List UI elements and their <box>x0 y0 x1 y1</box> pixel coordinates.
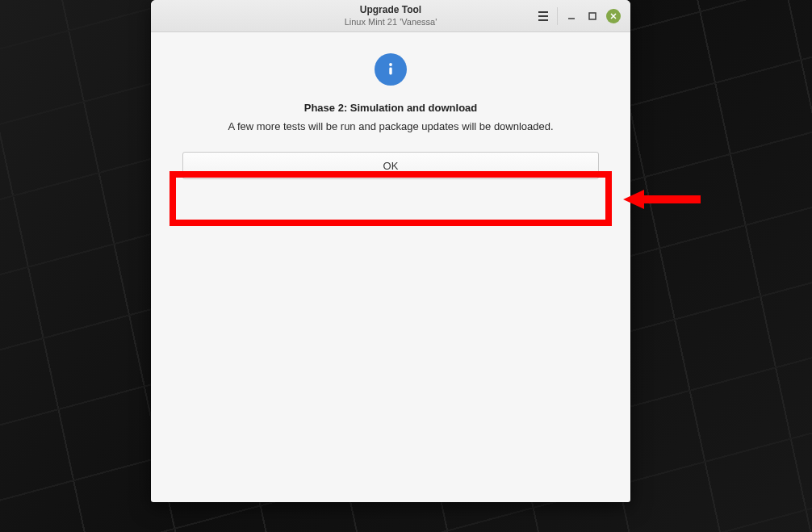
phase-heading: Phase 2: Simulation and download <box>304 102 478 114</box>
upgrade-tool-window: Upgrade Tool Linux Mint 21 'Vanessa' <box>151 0 630 502</box>
close-button[interactable] <box>603 0 624 31</box>
svg-rect-2 <box>389 68 391 75</box>
minimize-button[interactable] <box>561 0 582 31</box>
hamburger-icon <box>538 11 549 21</box>
info-icon <box>375 53 407 86</box>
titlebar: Upgrade Tool Linux Mint 21 'Vanessa' <box>151 0 630 32</box>
phase-description: A few more tests will be run and package… <box>228 120 553 132</box>
maximize-icon <box>588 12 596 20</box>
minimize-icon <box>567 12 576 20</box>
titlebar-controls <box>533 0 630 31</box>
window-content: Phase 2: Simulation and download A few m… <box>151 32 630 502</box>
hamburger-menu-button[interactable] <box>533 0 554 31</box>
maximize-button[interactable] <box>582 0 603 31</box>
svg-rect-0 <box>589 13 596 19</box>
close-icon <box>610 13 617 19</box>
ok-button[interactable]: OK <box>182 152 599 179</box>
titlebar-divider <box>557 7 558 25</box>
svg-point-1 <box>389 63 392 66</box>
